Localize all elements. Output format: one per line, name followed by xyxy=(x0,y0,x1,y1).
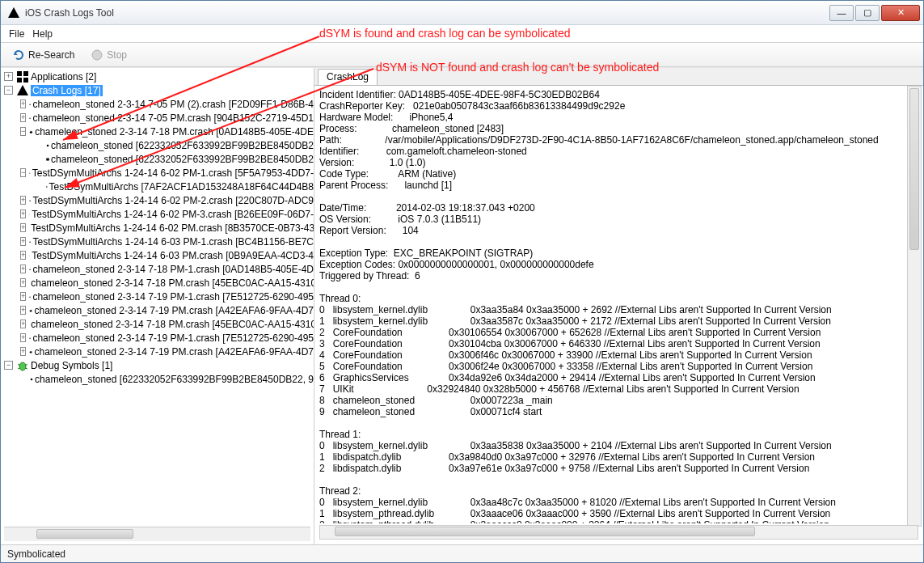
refresh-icon xyxy=(12,49,25,61)
chameleon-icon xyxy=(29,304,32,317)
tree-item[interactable]: +chameleon_stoned 2-3-14 7-18 PM-1.crash… xyxy=(4,262,314,276)
log-vscrollbar[interactable] xyxy=(907,86,922,527)
log-panel: CrashLog Incident Identifier: 0AD148B5-4… xyxy=(314,68,923,544)
tree-item[interactable]: −TestDSymMultiArchs 1-24-14 6-02 PM-1.cr… xyxy=(4,166,314,180)
tree-item[interactable]: +chameleon_stoned 2-3-14 7-19 PM-1.crash… xyxy=(4,290,314,303)
maximize-button[interactable]: ▢ xyxy=(855,5,880,21)
warning-icon xyxy=(16,84,29,97)
tree-item[interactable]: +TestDSymMultiArchs 1-24-14 6-03 PM-1.cr… xyxy=(4,235,314,248)
crash-tree[interactable]: + Applications [2] − Crash Logs [17] +ch… xyxy=(1,68,314,523)
menubar: File Help xyxy=(1,25,923,43)
tree-item[interactable]: chameleon_stoned [622332052F633992BF99B2… xyxy=(4,372,314,386)
apps-icon xyxy=(16,70,29,83)
minimize-button[interactable]: — xyxy=(829,5,854,21)
research-label: Re-Search xyxy=(28,49,74,61)
stop-icon xyxy=(91,49,103,61)
chameleon-icon xyxy=(29,290,31,303)
titlebar[interactable]: iOS Crash Logs Tool — ▢ ✕ xyxy=(1,1,923,25)
chameleon-gray-icon xyxy=(29,167,31,180)
chameleon-icon xyxy=(29,98,31,111)
dsym-icon xyxy=(30,373,33,386)
stop-button[interactable]: Stop xyxy=(86,47,132,63)
tree-item[interactable]: +TestDSymMultiArchs 1-24-14 6-02 PM-3.cr… xyxy=(4,207,314,221)
app-window: iOS Crash Logs Tool — ▢ ✕ File Help Re-S… xyxy=(0,0,924,563)
tree-item[interactable]: +TestDSymMultiArchs 1-24-14 6-02 PM.cras… xyxy=(4,221,314,235)
tree-item[interactable]: +chameleon_stoned 2-3-14 7-19 PM-1.crash… xyxy=(4,331,314,345)
tree-item[interactable]: chameleon_stoned [622332052F633992BF99B2… xyxy=(4,152,314,166)
tree-node-debug-symbols[interactable]: − Debug Symbols [1] xyxy=(4,358,314,372)
research-button[interactable]: Re-Search xyxy=(7,47,79,63)
tree-item[interactable]: +chameleon_stoned 2-3-14 7-19 PM.crash [… xyxy=(4,345,314,358)
toolbar: Re-Search Stop xyxy=(1,43,923,67)
chameleon-icon xyxy=(29,112,31,125)
menu-help[interactable]: Help xyxy=(32,28,53,40)
chameleon-icon xyxy=(29,345,32,358)
exe-icon xyxy=(46,180,48,193)
tab-strip: CrashLog xyxy=(314,68,923,86)
tab-crashlog[interactable]: CrashLog xyxy=(318,69,378,85)
tree-item[interactable]: +chameleon_stoned 2-3-14 7-05 PM.crash [… xyxy=(4,111,314,125)
tree-item[interactable]: +chameleon_stoned 2-3-14 7-18 PM.crash [… xyxy=(4,317,314,331)
tree-item[interactable]: +TestDSymMultiArchs 1-24-14 6-03 PM.cras… xyxy=(4,248,314,262)
tree-node-crashlogs[interactable]: − Crash Logs [17] xyxy=(4,83,314,97)
content: + Applications [2] − Crash Logs [17] +ch… xyxy=(1,67,923,544)
tree-item[interactable]: chameleon_stoned [622332052F633992BF99B2… xyxy=(4,138,314,152)
chameleon-gray-icon xyxy=(29,249,30,262)
status-text: Symbolicated xyxy=(7,548,65,560)
chameleon-icon xyxy=(29,263,31,276)
exe-icon xyxy=(46,153,49,166)
tree-item[interactable]: +chameleon_stoned 2-3-14 7-18 PM.crash [… xyxy=(4,276,314,290)
tree-panel: + Applications [2] − Crash Logs [17] +ch… xyxy=(1,68,314,544)
chameleon-gray-icon xyxy=(29,208,30,221)
bug-icon xyxy=(16,359,29,372)
statusbar: Symbolicated xyxy=(1,544,923,562)
tree-hscrollbar[interactable] xyxy=(4,527,310,541)
chameleon-icon xyxy=(29,125,33,138)
tree-item[interactable]: +chameleon_stoned 2-3-14 7-05 PM (2).cra… xyxy=(4,97,314,111)
chameleon-gray-icon xyxy=(29,194,31,207)
tree-item[interactable]: +TestDSymMultiArchs 1-24-14 6-02 PM-2.cr… xyxy=(4,193,314,207)
tree-item[interactable]: +chameleon_stoned 2-3-14 7-19 PM.crash [… xyxy=(4,303,314,317)
crash-log-text[interactable]: Incident Identifier: 0AD148B5-405E-4DEE-… xyxy=(314,86,923,523)
tree-item[interactable]: TestDSymMultiArchs [7AF2ACF1AD153248A18F… xyxy=(4,180,314,193)
chameleon-gray-icon xyxy=(29,235,31,248)
log-hscrollbar[interactable] xyxy=(319,525,918,540)
close-button[interactable]: ✕ xyxy=(881,5,920,21)
menu-file[interactable]: File xyxy=(9,28,24,40)
window-title: iOS Crash Logs Tool xyxy=(25,7,829,19)
warning-icon xyxy=(7,6,20,19)
dsym-icon xyxy=(46,139,49,152)
stop-label: Stop xyxy=(107,49,127,61)
tree-item[interactable]: −chameleon_stoned 2-3-14 7-18 PM.crash [… xyxy=(4,125,314,138)
chameleon-icon xyxy=(29,332,31,345)
tree-node-applications[interactable]: + Applications [2] xyxy=(4,70,314,83)
